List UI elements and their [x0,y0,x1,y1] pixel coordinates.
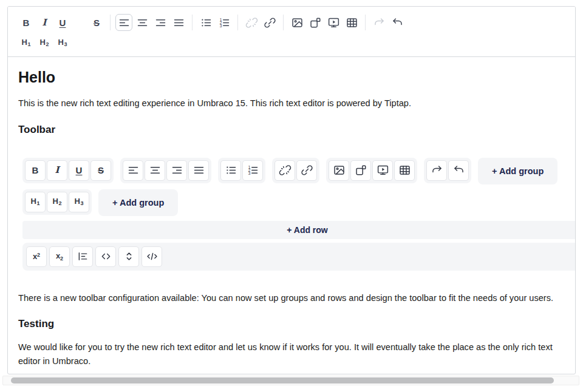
h2-icon: H2 [40,38,49,47]
h3-button[interactable]: H3 [54,34,71,51]
doc-subheading-toolbar: Toolbar [18,124,566,136]
h1-button[interactable]: H1 [18,34,35,51]
underline-button[interactable]: U [69,160,89,181]
h1-button[interactable]: H1 [25,192,46,212]
h2-button[interactable]: H2 [36,34,53,51]
align-left-icon [118,16,131,29]
image-button[interactable] [288,14,305,31]
expand-button[interactable] [118,246,139,267]
bold-button[interactable]: B [18,14,35,31]
h1-icon: H1 [22,38,31,47]
add-group-button[interactable]: + Add group [98,189,178,216]
strikethrough-button[interactable]: S [90,160,111,181]
media-embed-button[interactable] [325,14,342,31]
link-icon [301,164,313,177]
unlink-button[interactable] [243,14,260,31]
undo-icon [452,164,465,177]
undo-button[interactable] [448,160,469,181]
align-left-button[interactable] [123,160,143,181]
editor-content-area[interactable]: Hello This is the new rich text editing … [8,69,575,368]
underline-button[interactable]: U [54,14,71,31]
align-justify-button[interactable] [170,14,187,31]
subscript-button[interactable]: x2 [49,246,70,267]
align-right-button[interactable] [166,160,187,181]
redo-button[interactable] [426,160,447,181]
align-justify-icon [193,164,205,177]
align-right-button[interactable] [152,14,169,31]
unordered-list-icon [225,164,237,177]
code-button[interactable] [95,246,116,267]
undo-button[interactable] [389,14,406,31]
config-group[interactable]: BIUS [22,158,114,183]
unlink-icon [245,16,258,29]
ordered-list-icon: 123 [218,16,231,29]
underline-icon: U [60,18,66,27]
blockquote-icon [77,250,89,263]
config-row-2: H1H2H3+ Add group [22,189,566,216]
link-button[interactable] [296,160,317,181]
config-group[interactable] [424,158,471,183]
align-left-button[interactable] [115,14,132,31]
editor-toolbar-row-1: BIUS123 [17,12,566,33]
config-group[interactable]: 123 [218,158,265,183]
unordered-list-button[interactable] [197,14,214,31]
add-group-button[interactable]: + Add group [478,158,557,184]
block-picker-icon [355,164,367,177]
source-code-button[interactable] [141,246,162,267]
unlink-button[interactable] [274,160,295,181]
source-code-icon [146,250,159,263]
config-group[interactable] [272,158,319,183]
bold-button[interactable]: B [25,160,46,181]
horizontal-scrollbar[interactable] [2,376,579,385]
media-embed-icon [377,164,389,177]
toolbar-config-panel: BIUS123+ Add groupH1H2H3+ Add group + Ad… [22,158,566,271]
strikethrough-icon: S [94,18,100,27]
image-icon [333,164,346,177]
align-justify-button[interactable] [188,160,209,181]
superscript-button[interactable]: x2 [26,246,47,267]
image-button[interactable] [329,160,349,181]
table-button[interactable] [394,160,415,181]
toolbar-config-rows: BIUS123+ Add groupH1H2H3+ Add group [22,158,566,216]
ordered-list-button[interactable]: 123 [216,14,233,31]
svg-text:3: 3 [248,171,250,175]
config-group[interactable]: H1H2H3 [22,189,92,215]
link-icon [264,16,276,29]
align-center-icon [149,164,162,177]
italic-button[interactable]: I [47,160,67,181]
h2-button[interactable]: H2 [47,192,67,212]
block-picker-icon [309,16,322,29]
add-row-button[interactable]: + Add row [22,221,576,239]
toolbar-separator [283,15,284,30]
superscript-icon: x2 [33,252,40,260]
strikethrough-button[interactable]: S [88,14,105,31]
h2-icon: H2 [53,197,62,206]
ordered-list-button[interactable]: 123 [242,160,263,181]
italic-button[interactable]: I [36,14,53,31]
subscript-icon: x2 [56,252,63,262]
unordered-list-button[interactable] [220,160,241,181]
h3-button[interactable]: H3 [69,192,89,212]
toolbar-separator [110,15,111,30]
media-embed-button[interactable] [372,160,393,181]
scrollbar-thumb[interactable] [11,377,554,384]
config-group[interactable] [326,158,417,183]
align-right-icon [171,164,183,177]
align-center-button[interactable] [134,14,151,31]
redo-icon [373,16,386,29]
undo-icon [391,16,404,29]
redo-button[interactable] [370,14,387,31]
link-button[interactable] [261,14,278,31]
block-picker-button[interactable] [307,14,324,31]
extensions-tray: x2x2 [22,243,576,271]
editor-toolbar: BIUS123 H1H2H3 [8,7,575,57]
table-button[interactable] [343,14,360,31]
doc-subheading-testing: Testing [18,318,566,330]
block-picker-button[interactable] [350,160,371,181]
blockquote-button[interactable] [72,246,93,267]
align-center-button[interactable] [145,160,165,181]
doc-testing-paragraph: We would like for you to try the new ric… [18,340,566,368]
config-group[interactable] [120,158,211,183]
align-justify-icon [172,16,185,29]
expand-icon [123,250,135,263]
